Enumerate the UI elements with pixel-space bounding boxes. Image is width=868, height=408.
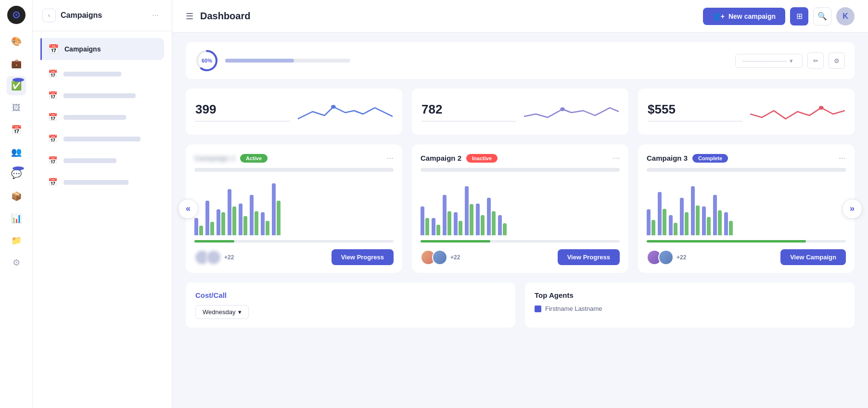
svg-point-7 <box>819 106 824 110</box>
progress-right: ────────── ▾ ✏ ⚙ <box>735 52 845 69</box>
sidebar-more-button[interactable]: ··· <box>149 9 162 22</box>
chevron-down-icon: ▾ <box>790 57 793 64</box>
icon-bar-item-calendar[interactable]: 📅 <box>7 120 26 140</box>
sidebar-item-6-icon: 📅 <box>48 178 58 187</box>
nav-arrow-left[interactable]: « <box>178 199 198 219</box>
campaigns-icon: 📅 <box>48 44 59 54</box>
sidebar-item-4[interactable]: 📅 <box>40 129 164 149</box>
sidebar-item-3-label <box>64 115 126 120</box>
sidebar: ‹ Campaigns ··· 📅 Campaigns 📅 📅 📅 📅 📅 📅 <box>33 0 172 408</box>
campaign-3-status-badge: Complete <box>692 154 728 163</box>
search-icon: 🔍 <box>817 12 827 21</box>
progress-bar-fill <box>225 59 294 63</box>
edit-button[interactable]: ✏ <box>807 52 824 69</box>
sidebar-item-2-icon: 📅 <box>48 91 58 100</box>
menu-icon[interactable]: ☰ <box>186 11 193 22</box>
page-title: Dashboard <box>200 11 250 22</box>
grid-icon: ⊞ <box>796 12 803 21</box>
icon-bar-item-tasks[interactable]: ✅ <box>7 76 26 95</box>
stat-chart-2 <box>524 97 619 126</box>
sidebar-item-6-label <box>64 180 128 185</box>
icon-bar-item-box[interactable]: 📦 <box>7 187 26 206</box>
agent-name: Firstname Lastname <box>545 305 602 312</box>
campaign-3-view-campaign-button[interactable]: View Campaign <box>780 249 846 265</box>
stat-card-1: 399 <box>186 89 402 135</box>
settings-button[interactable]: ⚙ <box>829 52 845 69</box>
progress-dropdown[interactable]: ────────── ▾ <box>735 54 803 68</box>
campaign-3-avatar-count: +22 <box>677 254 686 261</box>
campaign-2-subtitle-bar <box>421 168 620 172</box>
stat-value-2: 782 <box>421 102 516 117</box>
stat-card-1-content: 399 <box>195 102 290 122</box>
new-campaign-label: New campaign <box>728 13 776 20</box>
topbar: ☰ Dashboard 👤+ New campaign ⊞ 🔍 K <box>172 0 868 33</box>
sidebar-item-4-icon: 📅 <box>48 134 58 143</box>
campaign-2-footer: +22 View Progress <box>421 249 620 265</box>
campaign-1-subtitle-bar <box>194 168 394 172</box>
sidebar-item-3[interactable]: 📅 <box>40 107 164 127</box>
user-avatar-button[interactable]: K <box>836 7 855 26</box>
cost-call-title: Cost/Call <box>195 291 506 299</box>
stat-value-3: $555 <box>648 102 742 117</box>
campaign-card-1-header: Campaign 1 Active ··· <box>194 153 394 163</box>
sidebar-back-button[interactable]: ‹ <box>42 9 56 22</box>
icon-bar-item-palette[interactable]: 🎨 <box>7 32 26 51</box>
sidebar-header-left: ‹ Campaigns <box>42 9 102 22</box>
nav-arrow-right[interactable]: » <box>842 199 862 219</box>
campaign-1-avatar-2 <box>206 250 221 265</box>
icon-bar-item-folder[interactable]: 📁 <box>7 231 26 250</box>
sidebar-header: ‹ Campaigns ··· <box>33 0 172 31</box>
campaign-3-bar-chart <box>647 178 846 235</box>
campaign-2-progress-bar <box>421 240 620 242</box>
agent-color-indicator <box>535 306 541 312</box>
campaign-3-avatar-2 <box>658 250 674 265</box>
campaign-3-title-row: Campaign 3 Complete <box>647 154 728 163</box>
progress-bar-container <box>225 59 350 63</box>
main-content: ☰ Dashboard 👤+ New campaign ⊞ 🔍 K <box>172 0 868 408</box>
campaign-1-title-row: Campaign 1 Active <box>194 154 268 163</box>
new-campaign-button[interactable]: 👤+ New campaign <box>703 8 785 25</box>
sidebar-item-5[interactable]: 📅 <box>40 151 164 170</box>
campaign-3-name: Campaign 3 <box>647 154 688 162</box>
sidebar-item-2[interactable]: 📅 <box>40 86 164 105</box>
campaign-1-name: Campaign 1 <box>194 154 235 162</box>
icon-bar-item-briefcase[interactable]: 💼 <box>7 54 26 73</box>
dashboard-content: 60% ────────── ▾ ✏ ⚙ <box>172 33 868 408</box>
icon-bar-item-chat[interactable]: 💬 <box>7 165 26 184</box>
grid-view-button[interactable]: ⊞ <box>790 7 808 26</box>
day-label: Wednesday <box>203 308 235 316</box>
sidebar-item-1-label <box>64 72 121 76</box>
search-button[interactable]: 🔍 <box>813 7 831 26</box>
campaigns-row: Campaign 1 Active ··· <box>186 144 855 273</box>
campaign-3-more-button[interactable]: ··· <box>839 153 846 163</box>
topbar-left: ☰ Dashboard <box>186 11 250 22</box>
icon-bar: 🎨 💼 ✅ 🖼 📅 👥 💬 📦 📊 📁 ⚙ <box>0 0 33 408</box>
sidebar-item-1[interactable]: 📅 <box>40 64 164 84</box>
gear-icon: ⚙ <box>834 57 840 64</box>
campaign-card-2-header: Campaign 2 Inactive ··· <box>421 153 620 163</box>
icon-bar-item-gallery[interactable]: 🖼 <box>7 98 26 117</box>
campaign-1-progress-bar <box>194 240 394 242</box>
campaign-2-view-progress-button[interactable]: View Progress <box>558 249 620 265</box>
day-dropdown[interactable]: Wednesday ▾ <box>195 305 249 319</box>
campaign-card-3: Campaign 3 Complete ··· <box>638 144 855 273</box>
campaign-card-2: Campaign 2 Inactive ··· <box>412 144 628 273</box>
campaign-3-subtitle-bar <box>647 168 846 172</box>
campaign-3-footer: +22 View Campaign <box>647 249 846 265</box>
app-logo[interactable] <box>7 6 26 24</box>
campaign-card-1: Campaign 1 Active ··· <box>186 144 402 273</box>
campaign-2-more-button[interactable]: ··· <box>613 153 620 163</box>
sidebar-item-6[interactable]: 📅 <box>40 172 164 192</box>
progress-dropdown-label: ────────── <box>742 57 787 64</box>
sidebar-active-campaigns[interactable]: 📅 Campaigns <box>40 38 164 60</box>
campaign-3-progress-bar <box>647 240 846 242</box>
sidebar-item-4-label <box>64 137 140 141</box>
progress-percent-label: 60% <box>202 58 212 64</box>
icon-bar-item-settings[interactable]: ⚙ <box>7 253 26 272</box>
cost-call-card: Cost/Call Wednesday ▾ <box>186 282 515 328</box>
campaign-1-more-button[interactable]: ··· <box>386 153 394 163</box>
campaign-2-title-row: Campaign 2 Inactive <box>421 154 498 163</box>
icon-bar-item-stats[interactable]: 📊 <box>7 209 26 228</box>
campaign-1-view-progress-button[interactable]: View Progress <box>332 249 394 265</box>
icon-bar-item-users[interactable]: 👥 <box>7 142 26 162</box>
